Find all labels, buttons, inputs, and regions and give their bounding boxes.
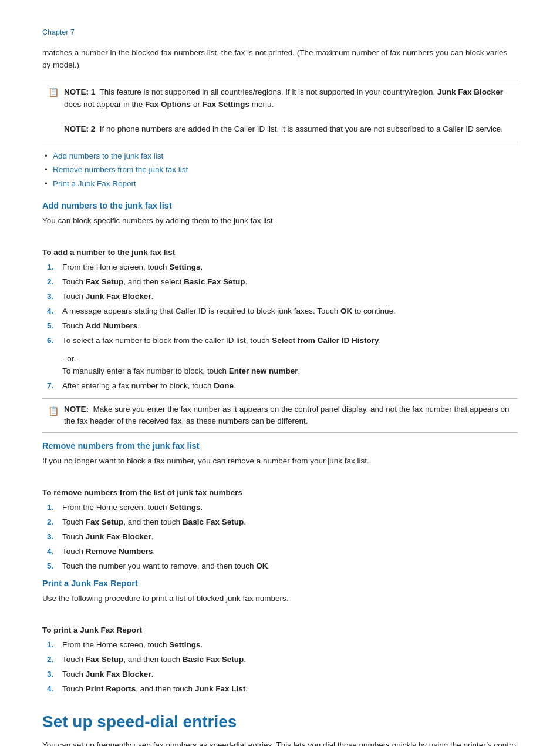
step-add-7: 7.After entering a fax number to block, … [42, 380, 518, 392]
step-remove-2: 2.Touch Fax Setup, and then touch Basic … [42, 516, 518, 529]
section-body-remove: If you no longer want to block a fax num… [42, 455, 518, 468]
section-body-print: Use the following procedure to print a l… [42, 593, 518, 605]
step-add-6: 6.To select a fax number to block from t… [42, 335, 518, 347]
steps-add: 1.From the Home screen, touch Settings. … [42, 261, 518, 347]
note1-junk-fax-blocker: Junk Fax Blocker [437, 88, 503, 96]
note-box-1: 📋 NOTE: 1 This feature is not supported … [42, 80, 518, 142]
toc-link-add[interactable]: Add numbers to the junk fax list [42, 150, 518, 163]
note-inline-add: 📋 NOTE: Make sure you enter the fax numb… [42, 398, 518, 434]
toc-links: Add numbers to the junk fax list Remove … [42, 150, 518, 191]
step-print-1: 1.From the Home screen, touch Settings. [42, 639, 518, 651]
chapter-label: Chapter 7 [42, 28, 518, 36]
note-icon-1: 📋 [48, 87, 59, 136]
section-print: Print a Junk Fax Report Use the followin… [42, 579, 518, 695]
step-add-4: 4.A message appears stating that Caller … [42, 305, 518, 318]
step-remove-4: 4.Touch Remove Numbers. [42, 546, 518, 558]
steps-add-7: 7.After entering a fax number to block, … [42, 380, 518, 392]
step-remove-5: 5.Touch the number you want to remove, a… [42, 560, 518, 573]
note2-label: NOTE: 2 [64, 125, 95, 133]
link-print[interactable]: Print a Junk Fax Report [53, 179, 136, 188]
section-speed-dial: Set up speed-dial entries You can set up… [42, 712, 518, 747]
step-add-2: 2.Touch Fax Setup, and then select Basic… [42, 276, 518, 288]
subsection-heading-remove: To remove numbers from the list of junk … [42, 488, 518, 497]
section-body-add: You can block specific numbers by adding… [42, 215, 518, 227]
section-remove: Remove numbers from the junk fax list If… [42, 441, 518, 573]
subsection-heading-add: To add a number to the junk fax list [42, 248, 518, 257]
section-heading-print: Print a Junk Fax Report [42, 579, 518, 588]
toc-link-print[interactable]: Print a Junk Fax Report [42, 178, 518, 190]
subsection-heading-print: To print a Junk Fax Report [42, 626, 518, 634]
link-add[interactable]: Add numbers to the junk fax list [53, 152, 163, 160]
toc-link-remove[interactable]: Remove numbers from the junk fax list [42, 164, 518, 176]
big-section-body: You can set up frequently used fax numbe… [42, 740, 518, 746]
note1-fax-options: Fax Options [145, 100, 191, 109]
step-print-3: 3.Touch Junk Fax Blocker. [42, 668, 518, 681]
step-remove-1: 1.From the Home screen, touch Settings. [42, 502, 518, 514]
step-print-4: 4.Touch Print Reports, and then touch Ju… [42, 683, 518, 695]
or-line: - or - To manually enter a fax number to… [42, 353, 518, 378]
section-add: Add numbers to the junk fax list You can… [42, 201, 518, 433]
step-print-2: 2.Touch Fax Setup, and then touch Basic … [42, 654, 518, 666]
steps-remove: 1.From the Home screen, touch Settings. … [42, 502, 518, 573]
note-text-add: NOTE: Make sure you enter the fax number… [64, 404, 510, 428]
step-remove-3: 3.Touch Junk Fax Blocker. [42, 531, 518, 543]
intro-text: matches a number in the blocked fax numb… [42, 47, 518, 72]
step-add-1: 1.From the Home screen, touch Settings. [42, 261, 518, 274]
note1-label: NOTE: 1 [64, 88, 95, 96]
note-content-1: NOTE: 1 This feature is not supported in… [64, 86, 510, 136]
note1-fax-settings: Fax Settings [203, 100, 249, 109]
link-remove[interactable]: Remove numbers from the junk fax list [53, 165, 188, 174]
step-add-5: 5.Touch Add Numbers. [42, 320, 518, 332]
big-section-heading: Set up speed-dial entries [42, 712, 518, 732]
section-heading-add: Add numbers to the junk fax list [42, 201, 518, 210]
steps-print: 1.From the Home screen, touch Settings. … [42, 639, 518, 695]
note-icon-add: 📋 [48, 404, 59, 428]
section-heading-remove: Remove numbers from the junk fax list [42, 441, 518, 451]
step-add-3: 3.Touch Junk Fax Blocker. [42, 291, 518, 303]
